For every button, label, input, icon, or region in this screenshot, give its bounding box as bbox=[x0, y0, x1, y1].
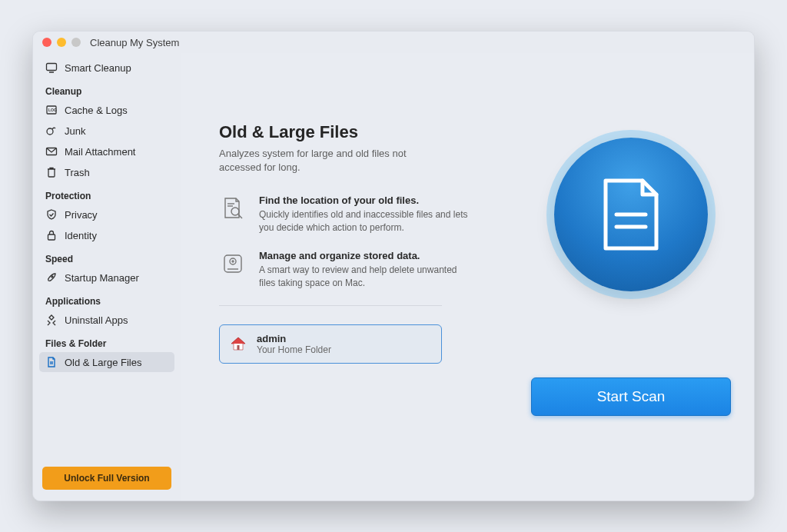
folder-sub: Your Home Folder bbox=[257, 344, 331, 355]
close-icon[interactable] bbox=[42, 38, 51, 47]
sidebar-item-label: Startup Manager bbox=[65, 272, 139, 284]
sidebar-item-label: Trash bbox=[65, 167, 90, 178]
start-scan-button[interactable]: Start Scan bbox=[531, 377, 731, 416]
sidebar-item-identity[interactable]: Identity bbox=[39, 225, 174, 245]
svg-rect-0 bbox=[47, 64, 57, 71]
sidebar-item-label: Privacy bbox=[65, 209, 98, 221]
folder-name: admin bbox=[257, 333, 331, 344]
svg-rect-14 bbox=[224, 255, 241, 272]
monitor-icon bbox=[45, 62, 58, 74]
svg-text:LOG: LOG bbox=[48, 108, 57, 112]
feature-desc: A smart way to review and help delete un… bbox=[259, 264, 473, 290]
titlebar: Cleanup My System bbox=[33, 32, 754, 53]
minimize-icon[interactable] bbox=[57, 38, 66, 47]
traffic-lights bbox=[42, 38, 81, 47]
sidebar-section-protection: Protection bbox=[39, 183, 174, 204]
sidebar-item-label: Identity bbox=[65, 230, 97, 241]
main-content: Old & Large Files Analyzes system for la… bbox=[181, 53, 754, 500]
sidebar-item-label: Smart Cleanup bbox=[65, 62, 131, 74]
sidebar-section-applications: Applications bbox=[39, 288, 174, 310]
home-icon bbox=[229, 334, 247, 353]
sidebar-item-uninstall-apps[interactable]: Uninstall Apps bbox=[39, 310, 174, 330]
feature-title: Manage and organize stored data. bbox=[259, 250, 473, 261]
junk-icon bbox=[45, 125, 58, 137]
shield-icon bbox=[45, 208, 58, 221]
svg-point-12 bbox=[231, 208, 239, 215]
sidebar-item-label: Old & Large Files bbox=[65, 357, 141, 368]
svg-point-7 bbox=[51, 276, 53, 278]
sidebar-section-speed: Speed bbox=[39, 246, 174, 268]
divider bbox=[219, 305, 442, 306]
feature-manage-data: Manage and organize stored data. A smart… bbox=[219, 250, 473, 290]
file-icon bbox=[45, 356, 58, 368]
unlock-full-version-button[interactable]: Unlock Full Version bbox=[42, 467, 171, 490]
sidebar-item-cache-logs[interactable]: LOG Cache & Logs bbox=[39, 100, 174, 120]
window-body: Smart Cleanup Cleanup LOG Cache & Logs J… bbox=[33, 53, 754, 500]
sidebar-item-junk[interactable]: Junk bbox=[39, 121, 174, 141]
svg-point-15 bbox=[230, 258, 236, 264]
search-file-icon bbox=[219, 195, 247, 222]
sidebar-section-cleanup: Cleanup bbox=[39, 78, 174, 100]
sidebar-item-label: Mail Attachment bbox=[65, 146, 136, 158]
mail-icon bbox=[45, 145, 58, 158]
sidebar-item-mail-attachment[interactable]: Mail Attachment bbox=[39, 141, 174, 161]
apps-icon bbox=[45, 314, 58, 326]
sidebar-item-trash[interactable]: Trash bbox=[39, 162, 174, 182]
sidebar-item-label: Junk bbox=[65, 125, 85, 137]
hero-illustration bbox=[554, 138, 708, 291]
rocket-icon bbox=[45, 271, 58, 284]
feature-find-location: Find the location of your old files. Qui… bbox=[219, 195, 473, 234]
sidebar-item-old-large-files[interactable]: Old & Large Files bbox=[39, 352, 174, 372]
home-folder-selector[interactable]: admin Your Home Folder bbox=[219, 324, 442, 364]
feature-desc: Quickly identifies old and inaccessible … bbox=[259, 208, 473, 234]
sidebar-item-label: Uninstall Apps bbox=[65, 314, 128, 326]
sidebar-item-startup-manager[interactable]: Startup Manager bbox=[39, 268, 174, 288]
sidebar-item-privacy[interactable]: Privacy bbox=[39, 204, 174, 224]
sidebar: Smart Cleanup Cleanup LOG Cache & Logs J… bbox=[33, 53, 181, 500]
trash-icon bbox=[45, 166, 58, 178]
svg-point-4 bbox=[47, 128, 53, 135]
lock-icon bbox=[45, 229, 58, 241]
sidebar-item-smart-cleanup[interactable]: Smart Cleanup bbox=[39, 58, 174, 78]
drive-icon bbox=[219, 250, 247, 278]
svg-rect-18 bbox=[237, 345, 240, 350]
log-icon: LOG bbox=[45, 104, 58, 116]
svg-rect-6 bbox=[48, 234, 55, 240]
feature-title: Find the location of your old files. bbox=[259, 195, 473, 206]
zoom-icon[interactable] bbox=[71, 38, 81, 47]
page-subtitle: Analyzes system for large and old files … bbox=[219, 147, 434, 175]
sidebar-section-files-folder: Files & Folder bbox=[39, 331, 174, 352]
svg-point-16 bbox=[232, 261, 234, 262]
app-window: Cleanup My System Smart Cleanup Cleanup … bbox=[32, 31, 755, 501]
sidebar-item-label: Cache & Logs bbox=[65, 105, 128, 116]
window-title: Cleanup My System bbox=[90, 37, 179, 48]
